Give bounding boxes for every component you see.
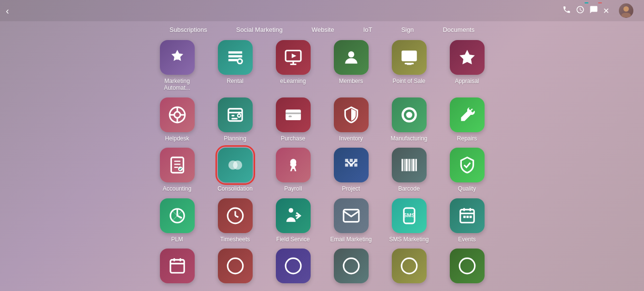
svg-point-22 xyxy=(237,114,240,117)
app-item-repairs[interactable]: Repairs xyxy=(441,96,494,144)
app-item-purchase[interactable]: Purchase xyxy=(267,96,320,144)
app-item-consolidation[interactable]: Consolidation xyxy=(209,146,262,194)
app-item-barcode[interactable]: Barcode xyxy=(383,146,436,194)
app-label-appraisal: Appraisal xyxy=(455,78,479,84)
app-item-events[interactable]: Events xyxy=(441,196,494,245)
app-label-marketing-automation: Marketing Automat... xyxy=(153,78,202,92)
app-item-app-extra1[interactable] xyxy=(151,247,204,288)
svg-rect-57 xyxy=(170,260,184,273)
app-icon-app-extra2 xyxy=(218,249,253,283)
app-item-manufacturing[interactable]: Manufacturing xyxy=(383,96,436,144)
back-button[interactable]: ‹ xyxy=(6,5,9,16)
app-item-payroll[interactable]: Payroll xyxy=(267,146,320,194)
svg-rect-4 xyxy=(228,55,242,57)
app-item-inventory[interactable]: Inventory xyxy=(325,96,378,144)
svg-point-33 xyxy=(233,161,242,170)
app-icon-project xyxy=(334,148,369,182)
top-nav-item-social-marketing[interactable]: Social Marketing xyxy=(236,26,283,33)
svg-point-13 xyxy=(174,111,180,118)
main-content: SubscriptionsSocial MarketingWebsiteIoTS… xyxy=(0,21,644,291)
svg-point-6 xyxy=(237,59,242,64)
app-icon-point-of-sale xyxy=(392,40,427,75)
close-icon[interactable]: ✕ xyxy=(603,6,609,15)
app-label-rental: Rental xyxy=(227,78,243,84)
svg-rect-56 xyxy=(469,216,472,218)
svg-rect-3 xyxy=(228,51,242,54)
app-icon-email-marketing xyxy=(334,198,369,233)
top-nav-item-sign[interactable]: Sign xyxy=(401,26,414,33)
app-item-timesheets[interactable]: Timesheets xyxy=(209,196,262,245)
app-label-email-marketing: Email Marketing xyxy=(330,236,372,243)
chat-badge xyxy=(598,2,602,3)
svg-point-2 xyxy=(175,55,180,60)
top-nav-item-website[interactable]: Website xyxy=(312,26,334,33)
phone-icon[interactable] xyxy=(562,5,571,16)
header: ‹ ✕ xyxy=(0,0,644,21)
app-label-members: Members xyxy=(339,78,363,84)
app-label-purchase: Purchase xyxy=(281,135,305,142)
avatar[interactable] xyxy=(619,3,633,18)
app-icon-repairs xyxy=(450,97,485,132)
app-icon-accounting xyxy=(160,148,195,182)
svg-rect-37 xyxy=(405,159,408,171)
app-label-quality: Quality xyxy=(458,185,476,192)
app-item-accounting[interactable]: Accounting xyxy=(151,146,204,194)
app-item-plm[interactable]: PLM xyxy=(151,196,204,245)
app-icon-sms-marketing: SMS xyxy=(392,198,427,233)
app-item-quality[interactable]: Quality xyxy=(441,146,494,194)
app-icon-marketing-automation xyxy=(160,40,195,75)
svg-point-0 xyxy=(623,6,629,12)
app-item-app-extra3[interactable] xyxy=(267,247,320,288)
svg-text:SMS: SMS xyxy=(403,212,415,218)
app-label-point-of-sale: Point of Sale xyxy=(392,78,425,84)
app-item-point-of-sale[interactable]: Point of Sale xyxy=(383,38,436,94)
app-item-elearning[interactable]: eLearning xyxy=(267,38,320,94)
svg-rect-54 xyxy=(463,216,466,218)
app-icon-consolidation xyxy=(218,148,253,182)
app-item-planning[interactable]: Planning xyxy=(209,96,262,144)
app-icon-app-extra6 xyxy=(450,249,485,283)
app-item-app-extra4[interactable] xyxy=(325,247,378,288)
header-actions: ✕ xyxy=(562,3,638,18)
svg-rect-21 xyxy=(231,118,238,119)
svg-point-65 xyxy=(459,258,475,274)
app-item-app-extra6[interactable] xyxy=(441,247,494,288)
app-label-manufacturing: Manufacturing xyxy=(390,135,427,142)
app-item-app-extra5[interactable] xyxy=(383,247,436,288)
app-icon-members xyxy=(334,40,369,75)
app-icon-app-extra5 xyxy=(392,249,427,283)
top-nav-item-documents[interactable]: Documents xyxy=(443,26,474,33)
top-nav-item-subscriptions[interactable]: Subscriptions xyxy=(170,26,207,33)
app-item-project[interactable]: Project xyxy=(325,146,378,194)
app-item-sms-marketing[interactable]: SMSSMS Marketing xyxy=(383,196,436,245)
app-icon-plm xyxy=(160,198,195,233)
app-item-helpdesk[interactable]: Helpdesk xyxy=(151,96,204,144)
app-item-email-marketing[interactable]: Email Marketing xyxy=(325,196,378,245)
app-item-appraisal[interactable]: Appraisal xyxy=(441,38,494,94)
app-icon-purchase xyxy=(276,97,311,132)
svg-rect-26 xyxy=(288,115,291,117)
chat-icon[interactable] xyxy=(589,5,598,16)
app-label-repairs: Repairs xyxy=(457,135,477,142)
app-item-rental[interactable]: Rental xyxy=(209,38,262,94)
top-nav-item-iot[interactable]: IoT xyxy=(363,26,372,33)
app-item-app-extra2[interactable] xyxy=(209,247,262,288)
apps-row-3: PLMTimesheetsField ServiceEmail Marketin… xyxy=(151,196,494,245)
timer-icon[interactable] xyxy=(576,5,585,16)
app-item-members[interactable]: Members xyxy=(325,38,378,94)
svg-rect-55 xyxy=(466,216,469,218)
app-item-marketing-automation[interactable]: Marketing Automat... xyxy=(151,38,204,94)
app-icon-app-extra3 xyxy=(276,249,311,283)
app-icon-timesheets xyxy=(218,198,253,233)
apps-row-4 xyxy=(151,247,494,288)
svg-point-63 xyxy=(343,258,359,274)
svg-point-64 xyxy=(401,258,417,274)
apps-row-0: Marketing Automat...RentaleLearningMembe… xyxy=(151,38,494,94)
app-label-elearning: eLearning xyxy=(280,78,306,84)
app-icon-payroll xyxy=(276,148,311,182)
app-icon-quality xyxy=(450,148,485,182)
app-icon-barcode xyxy=(392,148,427,182)
app-label-consolidation: Consolidation xyxy=(217,185,253,192)
svg-rect-40 xyxy=(412,159,415,171)
app-item-field-service[interactable]: Field Service xyxy=(267,196,320,245)
